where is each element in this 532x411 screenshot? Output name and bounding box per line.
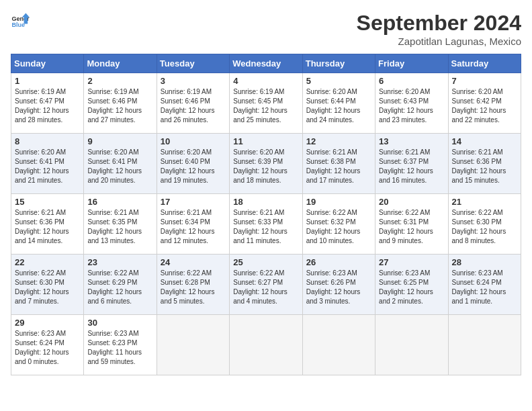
calendar-cell: 15 Sunrise: 6:21 AM Sunset: 6:36 PM Dayl… [11,194,84,255]
calendar-cell: 29 Sunrise: 6:23 AM Sunset: 6:24 PM Dayl… [11,315,84,375]
calendar: Sunday Monday Tuesday Wednesday Thursday… [11,54,521,375]
day-info: Sunrise: 6:22 AM Sunset: 6:27 PM Dayligh… [233,269,287,305]
day-info: Sunrise: 6:19 AM Sunset: 6:47 PM Dayligh… [15,88,69,124]
day-info: Sunrise: 6:22 AM Sunset: 6:30 PM Dayligh… [15,269,69,305]
day-info: Sunrise: 6:19 AM Sunset: 6:46 PM Dayligh… [161,88,215,124]
calendar-cell: 6 Sunrise: 6:20 AM Sunset: 6:43 PM Dayli… [375,73,448,134]
day-number: 7 [452,76,517,86]
day-info: Sunrise: 6:22 AM Sunset: 6:28 PM Dayligh… [161,269,215,305]
calendar-cell: 23 Sunrise: 6:22 AM Sunset: 6:29 PM Dayl… [84,255,157,315]
calendar-cell: 17 Sunrise: 6:21 AM Sunset: 6:34 PM Dayl… [157,194,229,255]
day-info: Sunrise: 6:21 AM Sunset: 6:33 PM Dayligh… [233,209,287,244]
month-title: September 2024 [357,11,521,36]
calendar-cell [375,315,448,375]
calendar-week-2: 8 Sunrise: 6:20 AM Sunset: 6:41 PM Dayli… [11,134,521,194]
day-number: 9 [87,136,152,146]
day-info: Sunrise: 6:21 AM Sunset: 6:38 PM Dayligh… [306,148,361,184]
day-number: 30 [87,318,152,328]
calendar-cell: 18 Sunrise: 6:21 AM Sunset: 6:33 PM Dayl… [230,194,302,255]
calendar-week-3: 15 Sunrise: 6:21 AM Sunset: 6:36 PM Dayl… [11,194,521,255]
calendar-cell: 25 Sunrise: 6:22 AM Sunset: 6:27 PM Dayl… [230,255,302,315]
calendar-cell: 8 Sunrise: 6:20 AM Sunset: 6:41 PM Dayli… [11,134,84,194]
day-number: 25 [233,257,298,267]
day-info: Sunrise: 6:21 AM Sunset: 6:34 PM Dayligh… [161,209,215,244]
day-info: Sunrise: 6:22 AM Sunset: 6:32 PM Dayligh… [306,209,361,244]
header-wednesday: Wednesday [230,54,302,73]
day-number: 16 [87,197,152,207]
calendar-cell: 21 Sunrise: 6:22 AM Sunset: 6:30 PM Dayl… [448,194,521,255]
day-info: Sunrise: 6:22 AM Sunset: 6:30 PM Dayligh… [452,209,506,244]
day-number: 19 [306,197,371,207]
day-info: Sunrise: 6:20 AM Sunset: 6:40 PM Dayligh… [161,148,215,184]
calendar-cell: 24 Sunrise: 6:22 AM Sunset: 6:28 PM Dayl… [157,255,229,315]
day-info: Sunrise: 6:23 AM Sunset: 6:24 PM Dayligh… [452,269,506,305]
calendar-cell: 20 Sunrise: 6:22 AM Sunset: 6:31 PM Dayl… [375,194,448,255]
day-info: Sunrise: 6:21 AM Sunset: 6:36 PM Dayligh… [15,209,69,244]
day-info: Sunrise: 6:20 AM Sunset: 6:43 PM Dayligh… [379,88,433,124]
calendar-week-4: 22 Sunrise: 6:22 AM Sunset: 6:30 PM Dayl… [11,255,521,315]
calendar-cell: 12 Sunrise: 6:21 AM Sunset: 6:38 PM Dayl… [302,134,375,194]
day-info: Sunrise: 6:21 AM Sunset: 6:36 PM Dayligh… [452,148,506,184]
calendar-cell: 30 Sunrise: 6:23 AM Sunset: 6:23 PM Dayl… [84,315,157,375]
day-number: 29 [15,318,80,328]
day-info: Sunrise: 6:20 AM Sunset: 6:41 PM Dayligh… [15,148,69,184]
day-number: 4 [233,76,298,86]
calendar-cell: 10 Sunrise: 6:20 AM Sunset: 6:40 PM Dayl… [157,134,229,194]
calendar-cell: 26 Sunrise: 6:23 AM Sunset: 6:26 PM Dayl… [302,255,375,315]
svg-text:Blue: Blue [11,21,25,28]
day-info: Sunrise: 6:20 AM Sunset: 6:42 PM Dayligh… [452,88,506,124]
day-number: 28 [452,257,517,267]
calendar-cell: 5 Sunrise: 6:20 AM Sunset: 6:44 PM Dayli… [302,73,375,134]
calendar-cell: 27 Sunrise: 6:23 AM Sunset: 6:25 PM Dayl… [375,255,448,315]
day-number: 1 [15,76,80,86]
day-number: 27 [379,257,444,267]
calendar-cell [157,315,229,375]
calendar-cell: 2 Sunrise: 6:19 AM Sunset: 6:46 PM Dayli… [84,73,157,134]
day-number: 23 [87,257,152,267]
logo-icon: General Blue [11,11,30,30]
day-info: Sunrise: 6:21 AM Sunset: 6:35 PM Dayligh… [87,209,142,244]
day-number: 2 [87,76,152,86]
day-number: 13 [379,136,444,146]
day-number: 18 [233,197,298,207]
day-number: 10 [161,136,226,146]
calendar-week-5: 29 Sunrise: 6:23 AM Sunset: 6:24 PM Dayl… [11,315,521,375]
day-number: 8 [15,136,80,146]
calendar-cell: 1 Sunrise: 6:19 AM Sunset: 6:47 PM Dayli… [11,73,84,134]
calendar-cell: 3 Sunrise: 6:19 AM Sunset: 6:46 PM Dayli… [157,73,229,134]
calendar-week-1: 1 Sunrise: 6:19 AM Sunset: 6:47 PM Dayli… [11,73,521,134]
day-info: Sunrise: 6:23 AM Sunset: 6:23 PM Dayligh… [87,330,142,365]
calendar-cell: 22 Sunrise: 6:22 AM Sunset: 6:30 PM Dayl… [11,255,84,315]
logo: General Blue [11,11,30,30]
day-number: 6 [379,76,444,86]
calendar-cell: 11 Sunrise: 6:20 AM Sunset: 6:39 PM Dayl… [230,134,302,194]
day-number: 21 [452,197,517,207]
day-info: Sunrise: 6:20 AM Sunset: 6:41 PM Dayligh… [87,148,142,184]
header-sunday: Sunday [11,54,84,73]
day-info: Sunrise: 6:22 AM Sunset: 6:31 PM Dayligh… [379,209,433,244]
calendar-cell: 9 Sunrise: 6:20 AM Sunset: 6:41 PM Dayli… [84,134,157,194]
day-number: 24 [161,257,226,267]
header: General Blue September 2024 Zapotitlan L… [11,11,521,47]
calendar-cell: 19 Sunrise: 6:22 AM Sunset: 6:32 PM Dayl… [302,194,375,255]
day-number: 20 [379,197,444,207]
calendar-cell [230,315,302,375]
day-info: Sunrise: 6:23 AM Sunset: 6:26 PM Dayligh… [306,269,361,305]
day-info: Sunrise: 6:19 AM Sunset: 6:45 PM Dayligh… [233,88,287,124]
title-area: September 2024 Zapotitlan Lagunas, Mexic… [357,11,521,47]
header-friday: Friday [375,54,448,73]
day-number: 14 [452,136,517,146]
header-saturday: Saturday [448,54,521,73]
day-number: 22 [15,257,80,267]
calendar-cell: 7 Sunrise: 6:20 AM Sunset: 6:42 PM Dayli… [448,73,521,134]
day-number: 17 [161,197,226,207]
day-info: Sunrise: 6:23 AM Sunset: 6:25 PM Dayligh… [379,269,433,305]
day-number: 26 [306,257,371,267]
header-monday: Monday [84,54,157,73]
location-title: Zapotitlan Lagunas, Mexico [357,36,521,47]
calendar-cell [448,315,521,375]
weekday-header-row: Sunday Monday Tuesday Wednesday Thursday… [11,54,521,73]
day-number: 12 [306,136,371,146]
calendar-cell: 16 Sunrise: 6:21 AM Sunset: 6:35 PM Dayl… [84,194,157,255]
header-thursday: Thursday [302,54,375,73]
